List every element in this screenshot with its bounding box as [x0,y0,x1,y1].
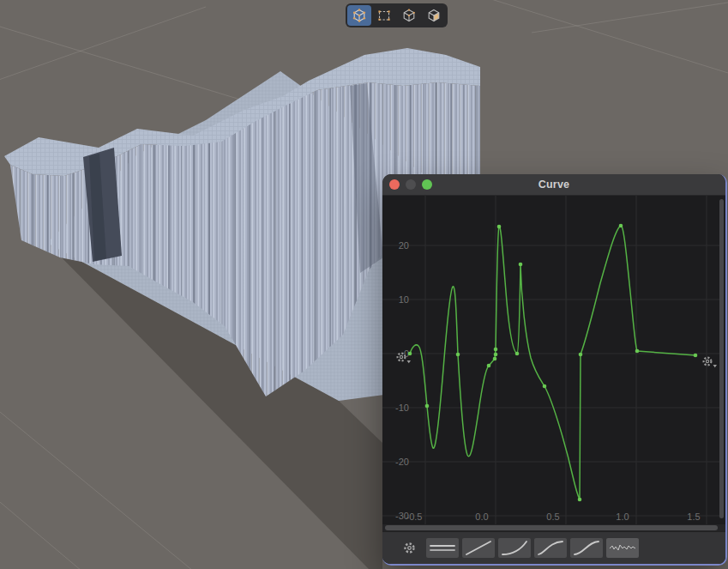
curve-path[interactable] [410,226,695,499]
x-axis-tick-label: 0.0 [475,511,488,522]
curve-start-gear[interactable] [394,351,413,365]
vertical-scrollbar[interactable] [719,199,724,518]
cube-points-mode-button[interactable] [347,5,371,26]
curve-control-point[interactable] [456,353,460,357]
gear-icon [394,351,413,365]
y-axis-tick-label: -20 [395,457,409,467]
curve-control-point[interactable] [579,353,583,357]
cube-face-icon [426,8,442,23]
cube-points-icon [352,8,367,23]
preset-settings-gear[interactable] [403,542,416,554]
y-axis-tick-label: -10 [395,403,409,413]
marquee-select-mode-button[interactable] [372,5,396,26]
curve-control-point[interactable] [619,224,623,228]
curve-window: Curve 20100-10-20-30-0.50.00.51.01.5 [382,174,727,566]
curve-control-point[interactable] [694,354,698,358]
dropdown-arrow-icon [713,365,718,367]
gear-icon [403,542,416,554]
preset-s-curve-icon [570,538,603,558]
curve-control-point[interactable] [515,352,520,356]
cube-wireframe-mode-button[interactable] [397,5,421,26]
cube-face-mode-button[interactable] [422,5,446,26]
preset-ease-out-icon [534,538,567,558]
app-root: Curve 20100-10-20-30-0.50.00.51.01.5 [0,0,728,569]
preset-linear-icon [462,538,495,558]
marquee-select-icon [376,8,392,23]
y-axis-tick-label: 10 [399,294,409,305]
mode-toolbar [346,3,448,27]
window-titlebar[interactable]: Curve [382,174,725,196]
preset-ease-in-icon [498,538,531,558]
vertical-scrollbar-thumb[interactable] [719,199,724,518]
preset-constant-button[interactable] [426,538,459,558]
curve-control-point[interactable] [519,263,523,267]
curve-control-point[interactable] [425,404,430,409]
window-title: Curve [382,179,725,191]
curve-end-gear[interactable] [701,355,719,369]
y-axis-tick-label: 20 [399,240,409,251]
preset-constant-icon [426,538,459,558]
preset-noise-icon [606,538,639,558]
gear-icon [701,355,719,369]
curve-control-point[interactable] [497,225,502,229]
curve-control-point[interactable] [543,384,547,389]
horizontal-scrollbar[interactable] [382,524,725,531]
preset-s-curve-button[interactable] [570,538,603,558]
cube-wireframe-icon [401,8,417,23]
preset-toolbar [382,531,725,564]
curve-control-point[interactable] [578,498,582,502]
x-axis-tick-label: -0.5 [406,511,423,522]
curve-control-point[interactable] [635,349,640,354]
horizontal-scrollbar-thumb[interactable] [385,525,718,530]
preset-ease-out-button[interactable] [534,538,567,558]
x-axis-tick-label: 1.5 [687,511,700,522]
preset-ease-in-button[interactable] [498,538,531,558]
curve-control-point[interactable] [493,357,497,361]
dropdown-arrow-icon [407,360,412,363]
curve-plot-area[interactable]: 20100-10-20-30-0.50.00.51.01.5 [382,196,725,531]
x-axis-tick-label: 1.0 [616,511,629,522]
curve-control-point[interactable] [494,353,498,357]
curve-control-point[interactable] [494,348,498,352]
curve-plot-svg[interactable]: 20100-10-20-30-0.50.00.51.01.5 [382,196,722,526]
x-axis-tick-label: 0.5 [546,511,559,522]
preset-linear-button[interactable] [462,538,495,558]
preset-noise-button[interactable] [606,538,639,558]
curve-control-point[interactable] [487,364,491,368]
